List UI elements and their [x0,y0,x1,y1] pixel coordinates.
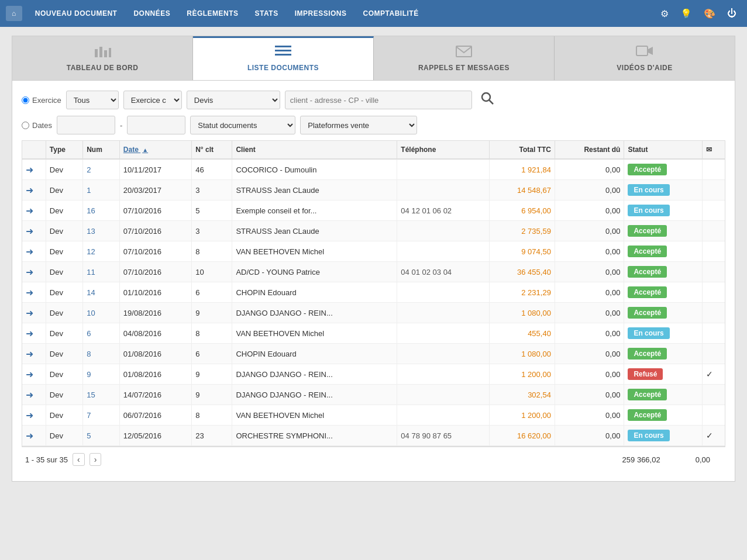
cell-num[interactable]: 15 [83,385,120,405]
cell-arrow[interactable]: ➜ [22,201,46,221]
cell-client[interactable]: CHOPIN Edouard [232,282,397,303]
cell-client[interactable]: DJANGO DJANGO - REIN... [232,385,397,405]
power-icon[interactable]: ⏻ [722,5,741,22]
cell-num[interactable]: 10 [83,303,120,323]
nav-comptabilite[interactable]: COMPTABILITÉ [356,5,426,22]
cell-date: 20/03/2017 [119,180,191,201]
table-row[interactable]: ➜ Dev 10 19/08/2016 9 DJANGO DJANGO - RE… [22,303,725,323]
cell-client[interactable]: DJANGO DJANGO - REIN... [232,364,397,385]
cell-arrow[interactable]: ➜ [22,426,46,446]
exercice-select[interactable]: Exercice c [123,91,182,109]
cell-client[interactable]: COCORICO - Dumoulin [232,159,397,180]
table-row[interactable]: ➜ Dev 16 07/10/2016 5 Exemple conseil et… [22,201,725,221]
prev-page-button[interactable]: ‹ [73,453,85,466]
cell-client[interactable]: ORCHESTRE SYMPHONI... [232,426,397,446]
table-row[interactable]: ➜ Dev 1 20/03/2017 3 STRAUSS Jean CLaude… [22,180,725,201]
cell-telephone [397,364,490,385]
cell-num[interactable]: 14 [83,282,120,303]
table-body: ➜ Dev 2 10/11/2017 46 COCORICO - Dumouli… [22,159,725,446]
tab-rappels-messages[interactable]: RAPPELS ET MESSAGES [374,36,555,80]
cell-arrow[interactable]: ➜ [22,221,46,241]
dates-radio-label[interactable]: Dates [22,121,52,130]
nav-nouveau-document[interactable]: NOUVEAU DOCUMENT [28,5,125,22]
tab-liste-documents[interactable]: LISTE DOCUMENTS [193,36,374,80]
table-row[interactable]: ➜ Dev 2 10/11/2017 46 COCORICO - Dumouli… [22,159,725,180]
cell-num[interactable]: 7 [83,405,120,426]
cell-statut: Accepté [624,262,702,282]
cell-arrow[interactable]: ➜ [22,241,46,262]
cell-num[interactable]: 8 [83,344,120,364]
table-row[interactable]: ➜ Dev 11 07/10/2016 10 AD/CD - YOUNG Pat… [22,262,725,282]
table-row[interactable]: ➜ Dev 14 01/10/2016 6 CHOPIN Edouard 2 2… [22,282,725,303]
table-row[interactable]: ➜ Dev 13 07/10/2016 3 STRAUSS Jean CLaud… [22,221,725,241]
table-row[interactable]: ➜ Dev 5 12/05/2016 23 ORCHESTRE SYMPHONI… [22,426,725,446]
col-arrow [22,141,46,159]
cell-client[interactable]: Exemple conseil et for... [232,201,397,221]
date-start-input[interactable]: 05/11/2017 [57,116,115,134]
cell-nclt: 10 [192,262,232,282]
devis-select[interactable]: Devis [187,91,280,109]
documents-table-wrapper[interactable]: Type Num Date ▲ N° clt Client Téléphone … [22,140,725,447]
cell-num[interactable]: 9 [83,364,120,385]
cell-arrow[interactable]: ➜ [22,385,46,405]
cell-client[interactable]: VAN BEETHOVEN Michel [232,241,397,262]
dates-radio[interactable] [22,122,29,129]
table-row[interactable]: ➜ Dev 8 01/08/2016 6 CHOPIN Edouard 1 08… [22,344,725,364]
next-page-button[interactable]: › [89,453,102,466]
nav-donnees[interactable]: DONNÉES [126,5,177,22]
cell-arrow[interactable]: ➜ [22,344,46,364]
cell-num[interactable]: 1 [83,180,120,201]
cell-client[interactable]: CHOPIN Edouard [232,344,397,364]
cell-arrow[interactable]: ➜ [22,282,46,303]
nav-impressions[interactable]: IMPRESSIONS [288,5,354,22]
cell-arrow[interactable]: ➜ [22,364,46,385]
cell-client[interactable]: STRAUSS Jean CLaude [232,180,397,201]
tab-videos-aide[interactable]: VIDÉOS D'AIDE [555,36,735,80]
cell-num[interactable]: 12 [83,241,120,262]
cell-num[interactable]: 5 [83,426,120,446]
settings-icon[interactable]: ⚙ [656,5,673,23]
table-row[interactable]: ➜ Dev 15 14/07/2016 9 DJANGO DJANGO - RE… [22,385,725,405]
col-date[interactable]: Date ▲ [119,141,191,159]
cell-client[interactable]: DJANGO DJANGO - REIN... [232,303,397,323]
home-button[interactable]: ⌂ [6,6,22,21]
tab-tableau-de-bord[interactable]: TABLEAU DE BORD [12,36,193,80]
cell-client[interactable]: VAN BEETHOVEN Michel [232,323,397,344]
exercice-radio[interactable] [22,96,29,104]
cell-arrow[interactable]: ➜ [22,180,46,201]
table-row[interactable]: ➜ Dev 9 01/08/2016 9 DJANGO DJANGO - REI… [22,364,725,385]
cell-num[interactable]: 16 [83,201,120,221]
nav-reglements[interactable]: RÈGLEMENTS [180,5,245,22]
cell-client[interactable]: VAN BEETHOVEN Michel [232,405,397,426]
date-end-input[interactable]: 05/12/2017 [127,116,185,134]
cell-client[interactable]: AD/CD - YOUNG Patrice [232,262,397,282]
cell-client[interactable]: STRAUSS Jean CLaude [232,221,397,241]
table-row[interactable]: ➜ Dev 6 04/08/2016 8 VAN BEETHOVEN Miche… [22,323,725,344]
svg-line-11 [489,101,493,105]
cell-arrow[interactable]: ➜ [22,303,46,323]
cell-arrow[interactable]: ➜ [22,405,46,426]
client-input[interactable] [285,91,472,109]
plateforme-select[interactable]: Plateformes vente [300,116,417,134]
cell-mail [702,201,725,221]
nav-stats[interactable]: STATS [248,5,285,22]
cell-num[interactable]: 2 [83,159,120,180]
cell-num[interactable]: 6 [83,323,120,344]
search-button[interactable] [477,90,498,110]
palette-icon[interactable]: 🎨 [699,5,720,23]
table-row[interactable]: ➜ Dev 12 07/10/2016 8 VAN BEETHOVEN Mich… [22,241,725,262]
cell-arrow[interactable]: ➜ [22,159,46,180]
cell-arrow[interactable]: ➜ [22,262,46,282]
table-row[interactable]: ➜ Dev 7 06/07/2016 8 VAN BEETHOVEN Miche… [22,405,725,426]
cell-nclt: 8 [192,323,232,344]
svg-rect-1 [99,47,102,57]
bulb-icon[interactable]: 💡 [676,5,697,23]
cell-num[interactable]: 11 [83,262,120,282]
col-num: Num [83,141,120,159]
tous-select[interactable]: Tous [66,91,119,109]
cell-num[interactable]: 13 [83,221,120,241]
cell-arrow[interactable]: ➜ [22,323,46,344]
statut-select[interactable]: Statut documents [190,116,295,134]
cell-statut: Accepté [624,221,702,241]
exercice-radio-label[interactable]: Exercice [22,96,61,105]
